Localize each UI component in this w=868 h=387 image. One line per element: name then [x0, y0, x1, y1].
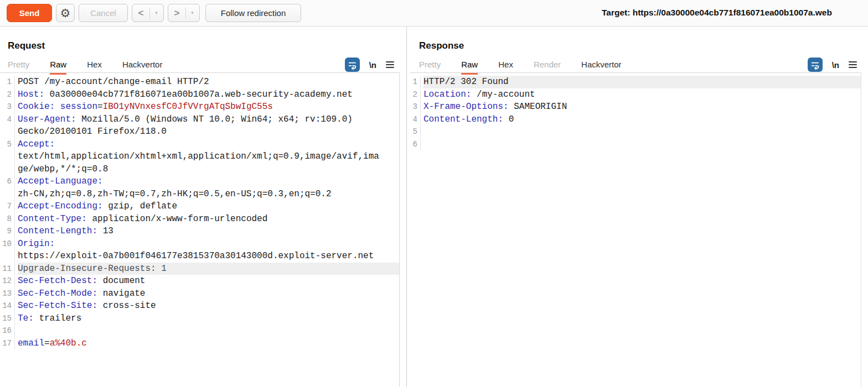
line-content[interactable]: Accept-Encoding: gzip, deflate [18, 200, 399, 213]
line-content[interactable] [423, 125, 861, 138]
editor-line[interactable]: 9Content-Length: 13 [0, 225, 399, 238]
newline-toggle-icon[interactable]: \n [369, 60, 376, 70]
text-segment: Sec-Fetch-Mode: [18, 289, 97, 299]
line-content[interactable]: Content-Length: 0 [423, 113, 861, 126]
line-content[interactable]: text/html,application/xhtml+xml,applicat… [18, 150, 399, 163]
text-segment: Host: [18, 90, 44, 100]
line-number: 1 [410, 76, 421, 88]
editor-line[interactable]: 5Accept: [0, 138, 399, 151]
line-content[interactable]: Cookie: session=IBO1yNVnxesfC0JfVVrgATqS… [18, 101, 399, 113]
editor-line[interactable]: zh-CN,zh;q=0.8,zh-TW;q=0.7,zh-HK;q=0.5,e… [0, 188, 399, 201]
editor-line[interactable]: 3Cookie: session=IBO1yNVnxesfC0JfVVrgATq… [0, 101, 399, 113]
text-segment: application/x-www-form-urlencoded [87, 214, 267, 224]
line-content[interactable]: POST /my-account/change-email HTTP/2 [18, 76, 399, 88]
tab-hackvertor[interactable]: Hackvertor [122, 60, 163, 73]
line-number: 5 [0, 138, 15, 151]
back-history-button[interactable]: < ▼ [132, 4, 164, 22]
editor-line[interactable]: 17email=a%40b.c [0, 337, 399, 350]
line-content[interactable]: Content-Type: application/x-www-form-url… [18, 213, 399, 226]
text-segment: Upgrade-Insecure-Requests: 1 [18, 264, 167, 274]
editor-line[interactable]: 12Sec-Fetch-Dest: document [0, 275, 399, 287]
line-content[interactable]: ge/webp,*/*;q=0.8 [18, 163, 399, 176]
gear-icon[interactable]: ⚙ [56, 4, 75, 22]
editor-line[interactable]: 1HTTP/2 302 Found [410, 76, 861, 88]
chevron-down-icon[interactable]: ▼ [150, 11, 163, 15]
tab-hex[interactable]: Hex [87, 60, 102, 73]
editor-line[interactable]: ge/webp,*/*;q=0.8 [0, 163, 399, 176]
line-content[interactable]: X-Frame-Options: SAMEORIGIN [423, 101, 861, 113]
cancel-button[interactable]: Cancel [79, 4, 128, 22]
line-content[interactable]: email=a%40b.c [18, 337, 399, 350]
editor-line[interactable]: 14Sec-Fetch-Site: cross-site [0, 300, 399, 312]
line-content[interactable]: Gecko/20100101 Firefox/118.0 [18, 125, 399, 138]
editor-line[interactable]: 11Upgrade-Insecure-Requests: 1 [0, 263, 399, 275]
line-content[interactable]: Sec-Fetch-Site: cross-site [18, 300, 399, 312]
tab-pretty[interactable]: Pretty [419, 60, 441, 73]
line-content[interactable]: Upgrade-Insecure-Requests: 1 [18, 263, 399, 275]
line-content[interactable]: Accept-Language: [18, 175, 399, 188]
editor-line[interactable]: 1POST /my-account/change-email HTTP/2 [0, 76, 399, 88]
tab-render[interactable]: Render [534, 60, 561, 73]
chevron-down-icon[interactable]: ▼ [186, 11, 199, 15]
newline-toggle-icon[interactable]: \n [832, 60, 839, 70]
line-content[interactable]: Accept: [18, 138, 399, 151]
line-content[interactable] [423, 138, 861, 151]
editor-line[interactable]: 2Location: /my-account [410, 88, 861, 101]
editor-line[interactable]: 6 [410, 138, 861, 151]
send-button[interactable]: Send [7, 4, 52, 22]
editor-line[interactable]: 7Accept-Encoding: gzip, deflate [0, 200, 399, 213]
text-segment: Accept: [18, 139, 55, 149]
tab-hex[interactable]: Hex [498, 60, 513, 73]
tab-hackvertor[interactable]: Hackvertor [581, 60, 622, 73]
editor-line[interactable]: text/html,application/xhtml+xml,applicat… [0, 150, 399, 163]
menu-icon[interactable] [386, 61, 394, 68]
tab-pretty[interactable]: Pretty [8, 60, 29, 73]
line-content[interactable]: Sec-Fetch-Mode: navigate [18, 287, 399, 300]
text-segment: Content-Length: [423, 114, 503, 124]
text-segment: Sec-Fetch-Dest: [18, 276, 97, 286]
line-content[interactable]: zh-CN,zh;q=0.8,zh-TW;q=0.7,zh-HK;q=0.5,e… [18, 188, 399, 201]
line-content[interactable]: Sec-Fetch-Dest: document [18, 275, 399, 287]
text-segment: Mozilla/5.0 (Windows NT 10.0; Win64; x64… [76, 114, 353, 124]
editor-line[interactable]: 2Host: 0a30000e04cb771f816071ea00b1007a.… [0, 88, 399, 101]
request-tabs: PrettyRawHexHackvertor [8, 60, 183, 72]
editor-line[interactable]: 3X-Frame-Options: SAMEORIGIN [410, 101, 861, 113]
line-content[interactable]: https://exploit-0a7b001f046177e3815370a3… [18, 250, 399, 263]
text-segment: = [97, 102, 103, 112]
text-segment: 0 [503, 114, 514, 124]
line-content[interactable]: User-Agent: Mozilla/5.0 (Windows NT 10.0… [18, 113, 399, 126]
editor-line[interactable]: https://exploit-0a7b001f046177e3815370a3… [0, 250, 399, 263]
line-content[interactable]: Te: trailers [18, 312, 399, 325]
line-content[interactable]: HTTP/2 302 Found [423, 76, 861, 88]
text-segment: text/html,application/xhtml+xml,applicat… [18, 151, 379, 161]
follow-redirection-button[interactable]: Follow redirection [205, 4, 301, 22]
editor-line[interactable]: 16 [0, 325, 399, 337]
editor-line[interactable]: 10Origin: [0, 238, 399, 250]
editor-line[interactable]: 4Content-Length: 0 [410, 113, 861, 126]
line-number: 9 [0, 225, 15, 238]
line-content[interactable]: Host: 0a30000e04cb771f816071ea00b1007a.w… [18, 88, 399, 101]
forward-history-button[interactable]: > ▼ [168, 4, 200, 22]
text-segment: X-Frame-Options: [423, 102, 509, 112]
request-editor[interactable]: 1POST /my-account/change-email HTTP/22Ho… [0, 72, 400, 387]
line-content[interactable]: Location: /my-account [423, 88, 861, 101]
line-content[interactable]: Content-Length: 13 [18, 225, 399, 238]
text-segment: ge/webp,*/*;q=0.8 [18, 164, 108, 174]
editor-line[interactable]: 6Accept-Language: [0, 175, 399, 188]
line-number: 12 [0, 275, 15, 287]
line-content[interactable] [18, 325, 399, 337]
response-editor[interactable]: 1HTTP/2 302 Found2Location: /my-account3… [410, 72, 861, 387]
editor-line[interactable]: 15Te: trailers [0, 312, 399, 325]
editor-line[interactable]: 5 [410, 125, 861, 138]
editor-line[interactable]: 13Sec-Fetch-Mode: navigate [0, 287, 399, 300]
menu-icon[interactable] [849, 61, 857, 68]
editor-line[interactable]: 8Content-Type: application/x-www-form-ur… [0, 213, 399, 226]
request-editor-icons: \n [345, 57, 394, 72]
word-wrap-icon[interactable] [345, 57, 360, 72]
editor-line[interactable]: 4User-Agent: Mozilla/5.0 (Windows NT 10.… [0, 113, 399, 126]
line-content[interactable]: Origin: [18, 238, 399, 250]
request-panel: Request PrettyRawHexHackvertor \n 1POST … [0, 27, 406, 387]
editor-line[interactable]: Gecko/20100101 Firefox/118.0 [0, 125, 399, 138]
word-wrap-icon[interactable] [808, 57, 823, 72]
line-number [0, 150, 15, 163]
